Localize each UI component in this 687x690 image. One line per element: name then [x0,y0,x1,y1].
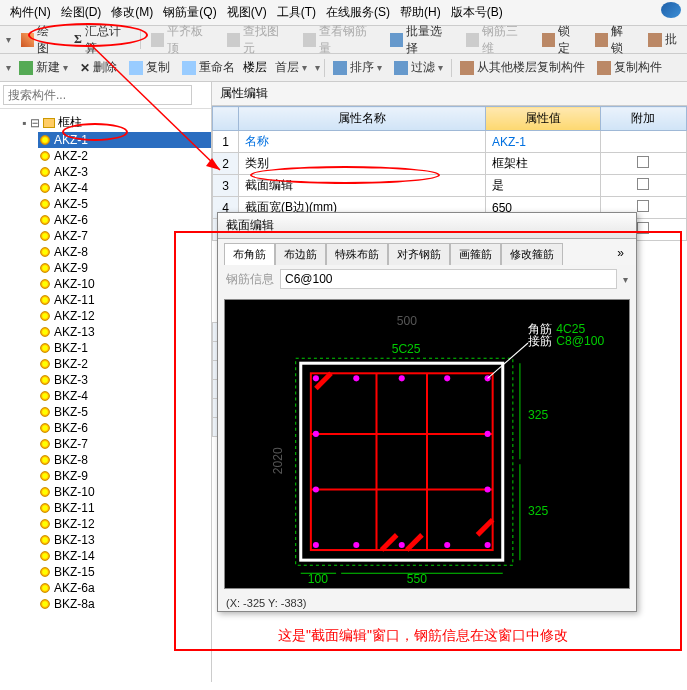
tree-item[interactable]: AKZ-2 [38,148,211,164]
tree-item[interactable]: BKZ-3 [38,372,211,388]
dropdown-icon[interactable]: ▾ [315,62,320,73]
tree-item[interactable]: BKZ-11 [38,500,211,516]
tree-item[interactable]: BKZ-13 [38,532,211,548]
tab-draw-stirrup[interactable]: 画箍筋 [450,243,501,265]
prop-value[interactable]: AKZ-1 [485,131,600,153]
tree-root-label: 框柱 [58,114,82,131]
tree-item[interactable]: BKZ-2 [38,356,211,372]
prop-extra[interactable] [600,131,687,153]
tree-item[interactable]: AKZ-8 [38,244,211,260]
rebar3d-button[interactable]: 钢筋三维 [462,21,532,59]
tree-item[interactable]: AKZ-12 [38,308,211,324]
dropdown-icon[interactable]: ▾ [6,34,11,45]
node-icon [40,231,50,241]
prop-value[interactable]: 是 [485,175,600,197]
tree-item[interactable]: AKZ-4 [38,180,211,196]
draw-button[interactable]: 绘图 [17,21,64,59]
tree-item[interactable]: BKZ-8 [38,452,211,468]
node-icon [40,375,50,385]
tab-edge-bar[interactable]: 布边筋 [275,243,326,265]
tree-item[interactable]: AKZ-13 [38,324,211,340]
tree-root[interactable]: ▪ ⊟ 框柱 [20,113,211,132]
svg-point-23 [485,431,491,437]
node-icon [40,455,50,465]
tree-item-label: BKZ-11 [54,501,95,515]
table-row[interactable]: 2类别框架柱 [213,153,687,175]
tree-item[interactable]: AKZ-6 [38,212,211,228]
new-button[interactable]: 新建▾ [15,57,72,78]
svg-point-11 [313,375,319,381]
checkbox[interactable] [637,156,649,168]
tree-item[interactable]: BKZ-7 [38,436,211,452]
checkbox[interactable] [637,178,649,190]
tree-item-label: AKZ-3 [54,165,88,179]
tab-special-bar[interactable]: 特殊布筋 [326,243,388,265]
svg-point-16 [313,542,319,548]
tree-item[interactable]: AKZ-3 [38,164,211,180]
prop-value[interactable]: 框架柱 [485,153,600,175]
tree-item[interactable]: AKZ-9 [38,260,211,276]
tree-item[interactable]: BKZ-4 [38,388,211,404]
dropdown-icon[interactable]: ▾ [6,62,11,73]
tree-item[interactable]: BKZ-12 [38,516,211,532]
svg-line-10 [407,535,422,550]
floor-select[interactable]: 首层 ▾ [271,57,311,78]
tab-edit-stirrup[interactable]: 修改箍筋 [501,243,563,265]
copy-from-floor-button[interactable]: 从其他楼层复制构件 [456,57,589,78]
section-edit-dialog: 截面编辑 布角筋 布边筋 特殊布筋 对齐钢筋 画箍筋 修改箍筋 » 钢筋信息 ▾ [217,212,637,612]
checkbox[interactable] [637,222,649,234]
prop-extra[interactable] [600,153,687,175]
tree-item[interactable]: BKZ-6 [38,420,211,436]
unlock-button[interactable]: 解锁 [591,21,638,59]
component-tree[interactable]: ▪ ⊟ 框柱 AKZ-1AKZ-2AKZ-3AKZ-4AKZ-5AKZ-6AKZ… [0,109,211,682]
node-icon [40,567,50,577]
filter-button[interactable]: 过滤▾ [390,57,447,78]
lock-button[interactable]: 锁定 [538,21,585,59]
batch-select-button[interactable]: 批量选择 [386,21,456,59]
table-row[interactable]: 1名称AKZ-1 [213,131,687,153]
sort-button[interactable]: 排序▾ [329,57,386,78]
svg-point-22 [313,486,319,492]
copy-button[interactable]: 复制 [125,57,174,78]
lock-icon [542,33,555,47]
tree-item[interactable]: BKZ-5 [38,404,211,420]
table-row[interactable]: 3截面编辑是 [213,175,687,197]
find-button[interactable]: 查找图元 [223,21,293,59]
tab-corner-bar[interactable]: 布角筋 [224,243,275,265]
prop-extra[interactable] [600,175,687,197]
batch-button[interactable]: 批 [644,29,681,50]
tree-item-label: AKZ-11 [54,293,95,307]
collapse-icon[interactable]: ▪ ⊟ [22,116,40,130]
find-rebar-button[interactable]: 查看钢筋量 [299,21,380,59]
sum-button[interactable]: Σ 汇总计算 [70,21,134,59]
tab-align-bar[interactable]: 对齐钢筋 [388,243,450,265]
tree-item[interactable]: BKZ-9 [38,468,211,484]
tree-item[interactable]: AKZ-10 [38,276,211,292]
tree-item[interactable]: AKZ-11 [38,292,211,308]
tree-item[interactable]: AKZ-1 [38,132,211,148]
svg-point-14 [444,375,450,381]
search-bar [0,82,211,109]
tree-item[interactable]: AKZ-5 [38,196,211,212]
tree-item[interactable]: BKZ-15 [38,564,211,580]
svg-line-25 [488,343,528,378]
checkbox[interactable] [637,200,649,212]
tree-item[interactable]: AKZ-7 [38,228,211,244]
rebar-info-input[interactable] [280,269,617,289]
tree-item[interactable]: BKZ-10 [38,484,211,500]
dialog-title: 截面编辑 [218,213,636,239]
tree-item[interactable]: BKZ-8a [38,596,211,612]
section-canvas[interactable]: 5C25 500 角筋 接筋 4C25 C8@100 325 325 100 5… [224,299,630,589]
tabs-more-icon[interactable]: » [611,243,630,265]
tree-item[interactable]: BKZ-1 [38,340,211,356]
search-input[interactable] [3,85,192,105]
tree-item[interactable]: BKZ-14 [38,548,211,564]
row-number: 3 [213,175,239,197]
level-button[interactable]: 平齐板顶 [147,21,217,59]
dropdown-icon[interactable]: ▾ [623,274,628,285]
tree-item[interactable]: AKZ-6a [38,580,211,596]
annotation-text: 这是"截面编辑"窗口，钢筋信息在这窗口中修改 [278,627,568,645]
rename-button[interactable]: 重命名 [178,57,239,78]
copy-to-button[interactable]: 复制构件 [593,57,666,78]
delete-button[interactable]: ✕ 删除 [76,57,121,78]
